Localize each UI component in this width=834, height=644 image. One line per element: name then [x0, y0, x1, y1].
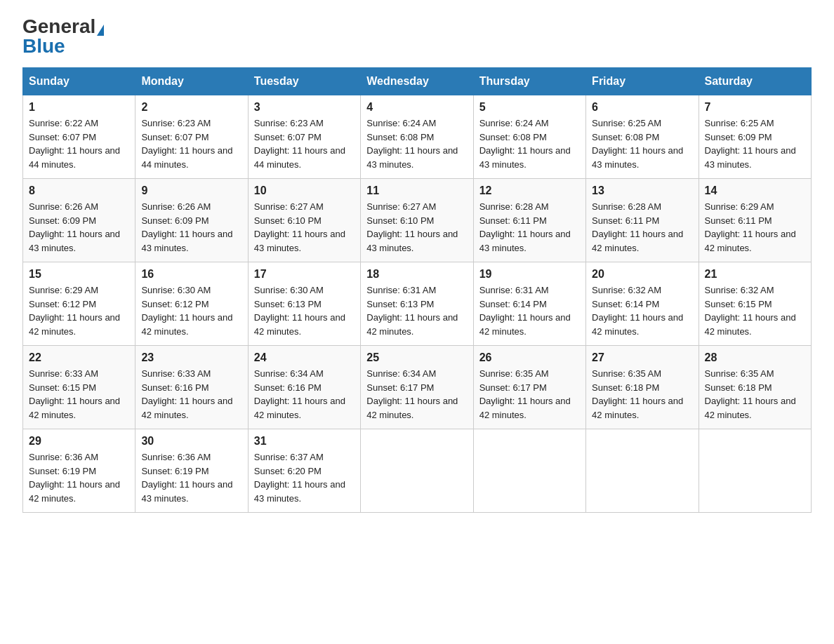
day-number: 20 — [592, 268, 692, 281]
logo-blue-text: Blue — [22, 36, 65, 56]
day-info: Sunrise: 6:31 AMSunset: 6:14 PMDaylight:… — [479, 283, 580, 338]
logo-general-text: General — [22, 15, 95, 37]
day-info: Sunrise: 6:25 AMSunset: 6:08 PMDaylight:… — [592, 116, 692, 171]
day-info: Sunrise: 6:23 AMSunset: 6:07 PMDaylight:… — [254, 116, 355, 171]
calendar-cell: 8Sunrise: 6:26 AMSunset: 6:09 PMDaylight… — [23, 179, 135, 262]
calendar-cell: 17Sunrise: 6:30 AMSunset: 6:13 PMDayligh… — [248, 262, 360, 346]
week-row-1: 1Sunrise: 6:22 AMSunset: 6:07 PMDaylight… — [23, 95, 812, 179]
day-number: 27 — [592, 351, 692, 364]
header-cell-sunday: Sunday — [23, 68, 135, 95]
week-row-2: 8Sunrise: 6:26 AMSunset: 6:09 PMDaylight… — [23, 179, 812, 262]
calendar-cell: 20Sunrise: 6:32 AMSunset: 6:14 PMDayligh… — [586, 262, 699, 346]
calendar-cell: 6Sunrise: 6:25 AMSunset: 6:08 PMDaylight… — [586, 95, 699, 179]
day-number: 1 — [29, 101, 129, 114]
week-row-4: 22Sunrise: 6:33 AMSunset: 6:15 PMDayligh… — [23, 346, 812, 429]
calendar-cell: 25Sunrise: 6:34 AMSunset: 6:17 PMDayligh… — [361, 346, 473, 429]
day-number: 23 — [141, 351, 241, 364]
day-info: Sunrise: 6:32 AMSunset: 6:15 PMDaylight:… — [705, 283, 805, 338]
calendar-cell: 2Sunrise: 6:23 AMSunset: 6:07 PMDaylight… — [135, 95, 248, 179]
logo: General Blue — [22, 17, 104, 56]
day-number: 8 — [29, 185, 129, 197]
day-info: Sunrise: 6:24 AMSunset: 6:08 PMDaylight:… — [366, 116, 467, 171]
day-info: Sunrise: 6:25 AMSunset: 6:09 PMDaylight:… — [705, 116, 805, 171]
day-number: 6 — [592, 101, 692, 114]
page-header: General Blue — [22, 17, 812, 56]
header-cell-friday: Friday — [586, 68, 699, 95]
day-number: 31 — [254, 435, 355, 448]
day-number: 28 — [705, 351, 805, 364]
calendar-cell: 13Sunrise: 6:28 AMSunset: 6:11 PMDayligh… — [586, 179, 699, 262]
day-info: Sunrise: 6:36 AMSunset: 6:19 PMDaylight:… — [29, 450, 129, 505]
day-number: 14 — [705, 185, 805, 197]
day-number: 16 — [141, 268, 241, 281]
day-number: 18 — [366, 268, 467, 281]
day-info: Sunrise: 6:22 AMSunset: 6:07 PMDaylight:… — [29, 116, 129, 171]
day-info: Sunrise: 6:32 AMSunset: 6:14 PMDaylight:… — [592, 283, 692, 338]
day-info: Sunrise: 6:33 AMSunset: 6:16 PMDaylight:… — [141, 367, 241, 422]
day-number: 13 — [592, 185, 692, 197]
calendar-cell — [361, 429, 473, 513]
day-info: Sunrise: 6:35 AMSunset: 6:18 PMDaylight:… — [705, 367, 805, 422]
day-number: 15 — [29, 268, 129, 281]
day-info: Sunrise: 6:31 AMSunset: 6:13 PMDaylight:… — [366, 283, 467, 338]
day-number: 21 — [705, 268, 805, 281]
calendar-cell: 3Sunrise: 6:23 AMSunset: 6:07 PMDaylight… — [248, 95, 360, 179]
calendar-cell: 30Sunrise: 6:36 AMSunset: 6:19 PMDayligh… — [135, 429, 248, 513]
calendar-cell: 7Sunrise: 6:25 AMSunset: 6:09 PMDaylight… — [699, 95, 811, 179]
week-row-3: 15Sunrise: 6:29 AMSunset: 6:12 PMDayligh… — [23, 262, 812, 346]
day-info: Sunrise: 6:36 AMSunset: 6:19 PMDaylight:… — [141, 450, 241, 505]
day-info: Sunrise: 6:30 AMSunset: 6:12 PMDaylight:… — [141, 283, 241, 338]
day-info: Sunrise: 6:27 AMSunset: 6:10 PMDaylight:… — [254, 200, 355, 255]
day-number: 24 — [254, 351, 355, 364]
day-number: 22 — [29, 351, 129, 364]
week-row-5: 29Sunrise: 6:36 AMSunset: 6:19 PMDayligh… — [23, 429, 812, 513]
calendar-cell: 26Sunrise: 6:35 AMSunset: 6:17 PMDayligh… — [473, 346, 585, 429]
header-cell-tuesday: Tuesday — [248, 68, 360, 95]
calendar-cell: 18Sunrise: 6:31 AMSunset: 6:13 PMDayligh… — [361, 262, 473, 346]
day-info: Sunrise: 6:28 AMSunset: 6:11 PMDaylight:… — [592, 200, 692, 255]
logo-triangle-icon — [97, 25, 104, 36]
logo-general-line: General — [22, 17, 104, 36]
day-info: Sunrise: 6:30 AMSunset: 6:13 PMDaylight:… — [254, 283, 355, 338]
day-number: 7 — [705, 101, 805, 114]
calendar-cell — [699, 429, 811, 513]
calendar-cell: 23Sunrise: 6:33 AMSunset: 6:16 PMDayligh… — [135, 346, 248, 429]
day-info: Sunrise: 6:34 AMSunset: 6:17 PMDaylight:… — [366, 367, 467, 422]
day-number: 10 — [254, 185, 355, 197]
header-cell-monday: Monday — [135, 68, 248, 95]
day-number: 9 — [141, 185, 241, 197]
calendar-cell: 28Sunrise: 6:35 AMSunset: 6:18 PMDayligh… — [699, 346, 811, 429]
header-cell-thursday: Thursday — [473, 68, 585, 95]
day-number: 12 — [479, 185, 580, 197]
day-info: Sunrise: 6:23 AMSunset: 6:07 PMDaylight:… — [141, 116, 241, 171]
day-number: 17 — [254, 268, 355, 281]
day-number: 30 — [141, 435, 241, 448]
day-info: Sunrise: 6:26 AMSunset: 6:09 PMDaylight:… — [29, 200, 129, 255]
day-info: Sunrise: 6:24 AMSunset: 6:08 PMDaylight:… — [479, 116, 580, 171]
calendar-cell: 27Sunrise: 6:35 AMSunset: 6:18 PMDayligh… — [586, 346, 699, 429]
day-number: 29 — [29, 435, 129, 448]
calendar-cell: 12Sunrise: 6:28 AMSunset: 6:11 PMDayligh… — [473, 179, 585, 262]
calendar-cell: 19Sunrise: 6:31 AMSunset: 6:14 PMDayligh… — [473, 262, 585, 346]
calendar-body: 1Sunrise: 6:22 AMSunset: 6:07 PMDaylight… — [23, 95, 812, 513]
day-number: 3 — [254, 101, 355, 114]
day-number: 26 — [479, 351, 580, 364]
day-info: Sunrise: 6:27 AMSunset: 6:10 PMDaylight:… — [366, 200, 467, 255]
day-info: Sunrise: 6:35 AMSunset: 6:17 PMDaylight:… — [479, 367, 580, 422]
header-cell-saturday: Saturday — [699, 68, 811, 95]
day-info: Sunrise: 6:29 AMSunset: 6:11 PMDaylight:… — [705, 200, 805, 255]
day-info: Sunrise: 6:33 AMSunset: 6:15 PMDaylight:… — [29, 367, 129, 422]
day-number: 11 — [366, 185, 467, 197]
calendar-cell: 4Sunrise: 6:24 AMSunset: 6:08 PMDaylight… — [361, 95, 473, 179]
calendar-cell: 11Sunrise: 6:27 AMSunset: 6:10 PMDayligh… — [361, 179, 473, 262]
day-info: Sunrise: 6:34 AMSunset: 6:16 PMDaylight:… — [254, 367, 355, 422]
calendar-cell — [473, 429, 585, 513]
day-number: 19 — [479, 268, 580, 281]
calendar-cell: 1Sunrise: 6:22 AMSunset: 6:07 PMDaylight… — [23, 95, 135, 179]
calendar-cell: 21Sunrise: 6:32 AMSunset: 6:15 PMDayligh… — [699, 262, 811, 346]
day-info: Sunrise: 6:28 AMSunset: 6:11 PMDaylight:… — [479, 200, 580, 255]
header-row: SundayMondayTuesdayWednesdayThursdayFrid… — [23, 68, 812, 95]
calendar-cell: 31Sunrise: 6:37 AMSunset: 6:20 PMDayligh… — [248, 429, 360, 513]
day-info: Sunrise: 6:26 AMSunset: 6:09 PMDaylight:… — [141, 200, 241, 255]
day-number: 4 — [366, 101, 467, 114]
